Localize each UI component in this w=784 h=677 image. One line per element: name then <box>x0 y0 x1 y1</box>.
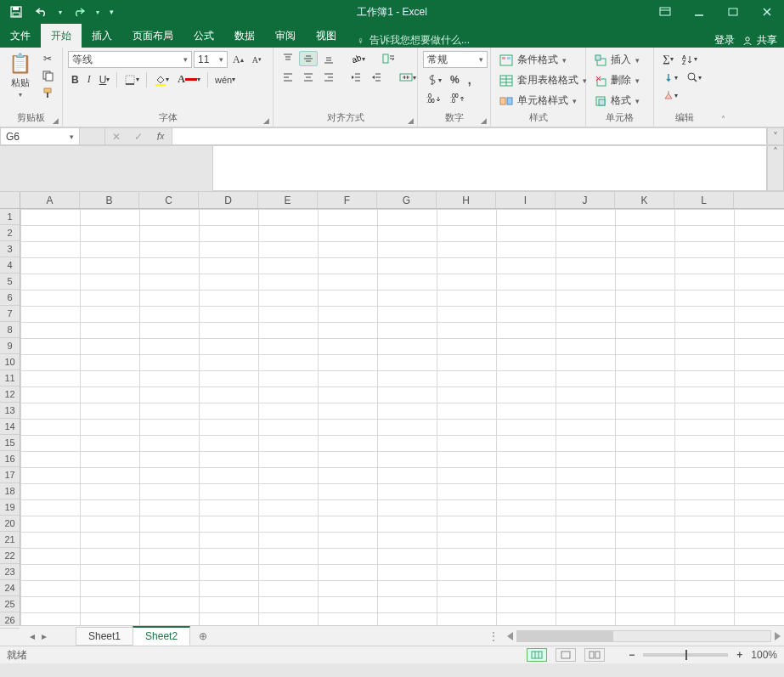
select-all-corner[interactable] <box>0 192 20 209</box>
formula-bar-expanded[interactable] <box>212 146 767 191</box>
autosum-button[interactable]: ∑▾ <box>659 51 677 67</box>
decrease-decimal-button[interactable]: .00.0 <box>447 92 469 105</box>
tab-formulas[interactable]: 公式 <box>183 24 224 48</box>
expand-formula-bar-button[interactable]: ˅ <box>767 127 784 145</box>
tab-review[interactable]: 审阅 <box>265 24 306 48</box>
insert-function-button[interactable]: fx <box>149 128 172 144</box>
row-header[interactable]: 5 <box>0 274 20 290</box>
close-button[interactable] <box>750 0 784 24</box>
font-color-button[interactable]: A▾ <box>174 71 204 87</box>
normal-view-button[interactable] <box>527 648 547 662</box>
sheet-nav-buttons[interactable]: ◂▸ <box>0 630 76 642</box>
clear-button[interactable]: ▾ <box>659 87 681 103</box>
paste-button[interactable]: 📋 粘贴 ▾ <box>5 51 35 100</box>
font-name-combo[interactable]: 等线▾ <box>68 51 192 68</box>
column-header[interactable]: A <box>20 192 80 208</box>
row-header[interactable]: 10 <box>0 354 20 370</box>
row-header[interactable]: 9 <box>0 338 20 354</box>
row-header[interactable]: 6 <box>0 290 20 306</box>
find-select-button[interactable]: ▾ <box>683 70 705 85</box>
number-format-combo[interactable]: 常规▾ <box>423 51 488 68</box>
cell-styles-button[interactable]: 单元格样式▾ <box>496 92 580 110</box>
collapse-formula-bar-button[interactable]: ˄ <box>767 146 784 191</box>
column-header[interactable]: G <box>377 192 437 208</box>
row-header[interactable]: 20 <box>0 516 20 532</box>
undo-button[interactable] <box>31 2 53 22</box>
tab-page-layout[interactable]: 页面布局 <box>122 24 183 48</box>
column-header[interactable]: H <box>437 192 496 208</box>
dialog-launcher-icon[interactable]: ◢ <box>263 116 269 125</box>
zoom-in-button[interactable]: + <box>736 649 742 661</box>
copy-button[interactable] <box>38 68 57 83</box>
qat-customize[interactable]: ▾ <box>105 2 117 22</box>
sign-in-link[interactable]: 登录 <box>714 33 735 48</box>
wrap-text-button[interactable] <box>379 51 399 66</box>
tab-insert[interactable]: 插入 <box>82 24 122 48</box>
row-headers[interactable]: 1234567891011121314151617181920212223242… <box>0 209 20 625</box>
redo-button[interactable] <box>68 2 90 22</box>
sheet-tab-sheet2[interactable]: Sheet2 <box>133 626 190 646</box>
align-right-button[interactable] <box>319 70 338 85</box>
decrease-indent-button[interactable] <box>347 70 365 85</box>
decrease-font-button[interactable]: A▾ <box>249 54 265 66</box>
row-header[interactable]: 25 <box>0 596 20 612</box>
orientation-button[interactable]: ab▾ <box>347 51 369 66</box>
format-painter-button[interactable] <box>38 85 57 100</box>
scroll-left-button[interactable] <box>507 632 513 640</box>
dialog-launcher-icon[interactable]: ◢ <box>53 116 59 125</box>
minimize-button[interactable] <box>682 0 716 24</box>
format-cells-button[interactable]: 格式▾ <box>591 92 643 110</box>
delete-cells-button[interactable]: 删除▾ <box>591 71 643 89</box>
increase-font-button[interactable]: A▴ <box>229 52 247 68</box>
row-header[interactable]: 26 <box>0 612 20 629</box>
column-header[interactable]: D <box>199 192 258 208</box>
column-header[interactable]: I <box>496 192 556 208</box>
cancel-formula-button[interactable]: ✕ <box>105 128 127 144</box>
row-header[interactable]: 11 <box>0 370 20 386</box>
row-header[interactable]: 17 <box>0 467 20 483</box>
border-button[interactable]: ▾ <box>121 72 143 87</box>
tell-me-search[interactable]: ♀ 告诉我您想要做什么... <box>357 33 470 48</box>
percent-button[interactable]: % <box>447 72 463 87</box>
row-header[interactable]: 15 <box>0 435 20 451</box>
italic-button[interactable]: I <box>84 71 94 87</box>
scroll-track[interactable] <box>516 630 771 642</box>
column-header[interactable]: J <box>556 192 615 208</box>
tab-split-handle[interactable]: ⋮ <box>483 630 504 642</box>
scroll-thumb[interactable] <box>517 631 613 641</box>
new-sheet-button[interactable]: ⊕ <box>190 630 216 642</box>
zoom-level[interactable]: 100% <box>751 649 777 661</box>
share-button[interactable]: 共享 <box>742 33 777 48</box>
row-header[interactable]: 14 <box>0 419 20 435</box>
row-header[interactable]: 2 <box>0 225 20 241</box>
column-header[interactable]: E <box>258 192 318 208</box>
row-header[interactable]: 21 <box>0 532 20 548</box>
cut-button[interactable]: ✂ <box>38 51 57 66</box>
row-header[interactable]: 19 <box>0 499 20 516</box>
align-left-button[interactable] <box>279 70 297 85</box>
scroll-right-button[interactable] <box>775 632 781 640</box>
row-header[interactable]: 16 <box>0 451 20 467</box>
undo-dropdown[interactable]: ▾ <box>56 2 65 22</box>
column-header[interactable]: F <box>318 192 377 208</box>
zoom-slider[interactable] <box>643 653 728 657</box>
page-break-view-button[interactable] <box>584 648 605 662</box>
row-header[interactable]: 24 <box>0 580 20 596</box>
comma-button[interactable]: , <box>465 71 475 88</box>
insert-cells-button[interactable]: 插入▾ <box>591 51 643 69</box>
tab-home[interactable]: 开始 <box>41 24 82 48</box>
bold-button[interactable]: B <box>68 72 82 87</box>
zoom-out-button[interactable]: − <box>629 649 635 661</box>
dialog-launcher-icon[interactable]: ◢ <box>408 116 414 125</box>
redo-dropdown[interactable]: ▾ <box>93 2 102 22</box>
column-header[interactable]: C <box>139 192 199 208</box>
sort-filter-button[interactable]: AZ▾ <box>679 52 701 67</box>
dialog-launcher-icon[interactable]: ◢ <box>481 116 487 125</box>
maximize-button[interactable] <box>716 0 750 24</box>
conditional-formatting-button[interactable]: 条件格式▾ <box>496 51 570 69</box>
row-header[interactable]: 7 <box>0 306 20 322</box>
row-header[interactable]: 23 <box>0 564 20 580</box>
merge-center-button[interactable]: ▾ <box>396 70 420 85</box>
sheet-tab-sheet1[interactable]: Sheet1 <box>76 627 133 646</box>
format-as-table-button[interactable]: 套用表格格式▾ <box>496 71 590 89</box>
